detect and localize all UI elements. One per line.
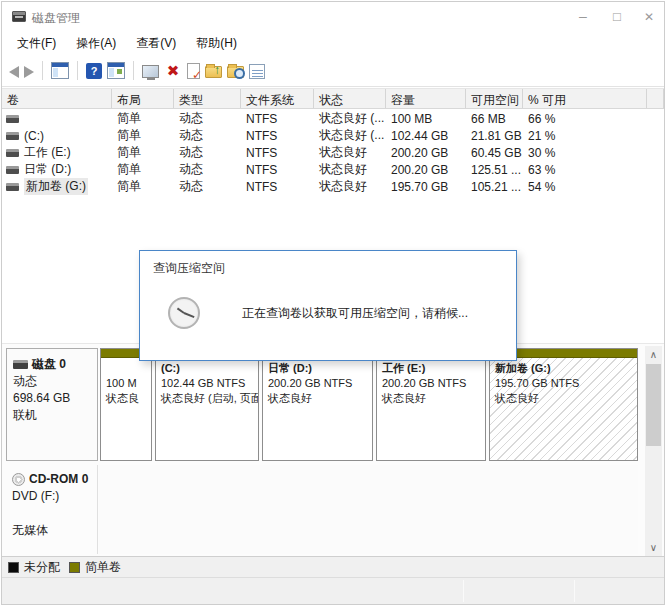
column-percent-free[interactable]: % 可用 xyxy=(523,89,647,108)
legend-bar: 未分配 简单卷 xyxy=(2,556,664,577)
column-status[interactable]: 状态 xyxy=(314,89,386,108)
cell-layout: 简单 xyxy=(112,144,174,161)
volume-name: 工作 (E:) xyxy=(24,144,71,161)
partition-d[interactable]: 日常 (D:) 200.20 GB NTFS 状态良好 xyxy=(262,348,373,461)
volume-icon xyxy=(6,132,19,140)
volume-icon xyxy=(6,166,19,174)
volume-name: 新加卷 (G:) xyxy=(24,178,88,195)
open-folder-icon[interactable] xyxy=(205,66,222,78)
cell-status: 状态良好 xyxy=(314,144,386,161)
partition-name: 新加卷 (G:) xyxy=(495,361,632,376)
back-icon[interactable] xyxy=(9,66,19,78)
cell-pct: 30 % xyxy=(523,146,647,160)
cdrom-media: 无媒体 xyxy=(12,522,91,539)
partition-c[interactable]: (C:) 102.44 GB NTFS 状态良好 (启动, 页面文 xyxy=(155,348,259,461)
partition-name: (C:) xyxy=(161,361,253,376)
disk0-info[interactable]: 磁盘 0 动态 698.64 GB 联机 xyxy=(6,348,98,461)
cell-capacity: 195.70 GB xyxy=(386,180,466,194)
table-row[interactable]: (C:) 简单 动态 NTFS 状态良好 (... 102.44 GB 21.8… xyxy=(2,127,664,144)
scroll-up-icon[interactable]: ∧ xyxy=(645,346,662,363)
table-row-selected[interactable]: 新加卷 (G:) 简单 动态 NTFS 状态良好 195.70 GB 105.2… xyxy=(2,178,664,195)
cdrom-info[interactable]: CD-ROM 0 DVD (F:) 无媒体 xyxy=(6,465,98,554)
partition-size: 102.44 GB NTFS xyxy=(161,376,253,391)
column-capacity[interactable]: 容量 xyxy=(386,89,466,108)
partition-name xyxy=(106,361,146,376)
cell-fs: NTFS xyxy=(241,146,314,160)
cell-free: 21.81 GB xyxy=(466,129,523,143)
column-type[interactable]: 类型 xyxy=(174,89,241,108)
partition-e[interactable]: 工作 (E:) 200.20 GB NTFS 状态良好 xyxy=(376,348,486,461)
partition-g-selected[interactable]: 新加卷 (G:) 195.70 GB NTFS 状态良好 xyxy=(489,348,638,461)
maximize-icon[interactable] xyxy=(600,2,634,32)
cell-layout: 简单 xyxy=(112,127,174,144)
menu-file[interactable]: 文件(F) xyxy=(7,32,66,55)
cdrom-name: CD-ROM 0 xyxy=(29,471,88,488)
cell-free: 60.45 GB xyxy=(466,146,523,160)
forward-icon[interactable] xyxy=(24,66,34,78)
column-filesystem[interactable]: 文件系统 xyxy=(241,89,314,108)
column-filler xyxy=(647,89,664,108)
dialog-title[interactable]: 查询压缩空间 xyxy=(140,251,516,283)
table-row[interactable]: 工作 (E:) 简单 动态 NTFS 状态良好 200.20 GB 60.45 … xyxy=(2,144,664,161)
column-layout[interactable]: 布局 xyxy=(112,89,174,108)
dialog-body: 正在查询卷以获取可用压缩空间，请稍候... xyxy=(140,283,516,329)
volume-icon xyxy=(6,149,19,157)
explore-folder-icon[interactable] xyxy=(227,66,244,78)
partition-name: 日常 (D:) xyxy=(268,361,367,376)
cell-free: 66 MB xyxy=(466,112,523,126)
status-bar xyxy=(2,577,664,604)
toolbar xyxy=(2,55,664,87)
legend-simple-label: 简单卷 xyxy=(85,559,121,576)
table-row[interactable]: 日常 (D:) 简单 动态 NTFS 状态良好 200.20 GB 125.51… xyxy=(2,161,664,178)
volume-icon xyxy=(6,115,19,123)
minimize-icon[interactable] xyxy=(566,2,600,32)
title-bar[interactable]: 磁盘管理 xyxy=(2,2,664,32)
disk-management-window: 磁盘管理 文件(F) 操作(A) 查看(V) 帮助(H) 卷 布局 类型 文件系… xyxy=(1,1,665,605)
partition-system[interactable]: 100 M 状态良 xyxy=(100,348,152,461)
app-icon xyxy=(12,11,26,22)
disk0-type: 动态 xyxy=(13,373,91,390)
menu-action[interactable]: 操作(A) xyxy=(66,32,126,55)
cell-pct: 63 % xyxy=(523,163,647,177)
column-free-space[interactable]: 可用空间 xyxy=(466,89,523,108)
cell-status: 状态良好 xyxy=(314,178,386,195)
partition-status: 状态良好 xyxy=(382,391,480,406)
cell-type: 动态 xyxy=(174,161,241,178)
console-window-icon[interactable] xyxy=(107,62,125,79)
cell-free: 125.51 ... xyxy=(466,163,523,177)
menu-help[interactable]: 帮助(H) xyxy=(186,32,247,55)
cell-capacity: 102.44 GB xyxy=(386,129,466,143)
disk0-name: 磁盘 0 xyxy=(32,356,66,373)
partition-size: 195.70 GB NTFS xyxy=(495,376,632,391)
legend-simple-swatch xyxy=(69,562,80,573)
statusbar-divider xyxy=(574,580,575,602)
partition-status: 状态良好 xyxy=(268,391,367,406)
cell-layout: 简单 xyxy=(112,161,174,178)
menu-bar: 文件(F) 操作(A) 查看(V) 帮助(H) xyxy=(2,32,664,55)
vertical-scrollbar[interactable]: ∧ ∨ xyxy=(645,346,662,556)
table-row[interactable]: 简单 动态 NTFS 状态良好 (... 100 MB 66 MB 66 % xyxy=(2,110,664,127)
close-icon[interactable] xyxy=(632,2,665,32)
properties-icon[interactable] xyxy=(249,64,265,79)
cell-free: 105.21 ... xyxy=(466,180,523,194)
cdrom-icon xyxy=(12,473,25,486)
check-document-icon[interactable] xyxy=(187,63,200,79)
computer-icon[interactable] xyxy=(142,65,159,78)
console-tree-icon[interactable] xyxy=(51,62,69,79)
disk0-capacity: 698.64 GB xyxy=(13,390,91,407)
delete-volume-icon[interactable] xyxy=(164,62,182,79)
cell-type: 动态 xyxy=(174,178,241,195)
cell-capacity: 200.20 GB xyxy=(386,146,466,160)
cell-layout: 简单 xyxy=(112,178,174,195)
column-volume[interactable]: 卷 xyxy=(2,89,112,108)
query-shrink-dialog: 查询压缩空间 正在查询卷以获取可用压缩空间，请稍候... xyxy=(139,250,517,361)
scroll-down-icon[interactable]: ∨ xyxy=(645,539,662,556)
toolbar-separator xyxy=(42,61,43,80)
menu-view[interactable]: 查看(V) xyxy=(126,32,186,55)
disk0-row: 磁盘 0 动态 698.64 GB 联机 100 M 状态良 xyxy=(6,348,638,461)
partition-status: 状态良好 (启动, 页面文 xyxy=(161,391,253,406)
legend-unallocated-swatch xyxy=(8,562,19,573)
cell-status: 状态良好 (... xyxy=(314,110,386,127)
scrollbar-thumb[interactable] xyxy=(646,364,661,446)
help-icon[interactable] xyxy=(86,63,102,79)
